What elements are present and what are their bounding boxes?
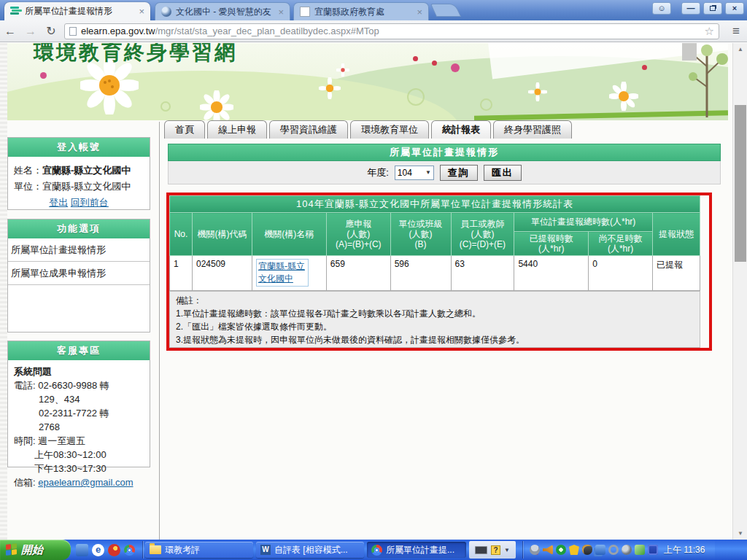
language-bar[interactable]: ? ▼ [469, 541, 516, 559]
reload-icon[interactable]: ↻ [41, 24, 61, 38]
start-button[interactable]: 開始 [0, 540, 71, 560]
elearn-favicon [10, 7, 20, 17]
year-select[interactable]: 104 ▼ [395, 166, 434, 180]
tab-title: 宜蘭縣政府教育處 [314, 6, 411, 18]
device-icon[interactable] [582, 545, 592, 555]
daisy-flower [528, 82, 547, 101]
name-label: 姓名： [14, 165, 42, 176]
col-no: No. [170, 213, 193, 256]
word-icon: W [260, 545, 271, 555]
volume-icon[interactable] [543, 545, 553, 555]
col-reported-hours: 已提報時數 (人*hr) [514, 232, 589, 256]
page-scrollbar[interactable]: ▲ ▼ [732, 43, 747, 540]
service-email-link[interactable]: epaelearn@gmail.com [38, 477, 133, 488]
tab-close-icon[interactable]: × [278, 7, 284, 18]
page-left-texture [0, 43, 7, 540]
back-to-front-link[interactable]: 回到前台 [71, 197, 109, 208]
forward-icon[interactable]: → [20, 25, 41, 38]
chevron-down-icon: ▼ [425, 169, 431, 176]
cell-no: 1 [170, 256, 193, 291]
report-table: 104年宜蘭縣-縣立文化國中所屬單位單位計畫提報情形統計表 No. 機關(構)代… [169, 195, 700, 291]
bookmark-star-icon[interactable]: ☆ [705, 25, 714, 38]
desktop-icon[interactable] [76, 544, 88, 556]
logout-link[interactable]: 登出 [49, 197, 68, 208]
daisy-flower [609, 82, 638, 111]
year-value: 104 [398, 168, 412, 178]
tab-close-icon[interactable]: × [417, 7, 422, 18]
profile-icon[interactable]: ☺ [652, 2, 671, 15]
taskbar-button-word[interactable]: W 自評表 [相容模式... [256, 542, 364, 558]
browser-tab-1[interactable]: 所屬單位計畫提報情形 × [4, 2, 150, 20]
scrollbar-thumb[interactable] [735, 105, 746, 262]
restore-button[interactable] [703, 2, 722, 15]
page-favicon [300, 7, 310, 17]
customer-service-title: 客服專區 [8, 341, 150, 360]
swirl-decor [480, 98, 492, 111]
close-button[interactable]: × [725, 2, 744, 15]
offline-user-icon[interactable] [530, 545, 540, 555]
customer-service-panel: 客服專區 系統問題 電話: 02-6630-9988 轉 129、434 02-… [7, 341, 150, 467]
phone-ext: 129、434 [14, 392, 144, 406]
ime-indicator-icon[interactable] [648, 545, 658, 555]
menu-item-result-report[interactable]: 所屬單位成果申報情形 [8, 262, 150, 285]
taskbar-separator [522, 541, 523, 559]
col-expected: 應申報 (人數) (A)=(B)+(C) [326, 213, 390, 256]
browser-tab-3[interactable]: 宜蘭縣政府教育處 × [293, 2, 429, 20]
time-label: 時間: [14, 435, 36, 446]
query-button[interactable]: 查詢 [440, 165, 478, 181]
login-name: 宜蘭縣-縣立文化國中 [42, 165, 131, 176]
network-icon[interactable] [595, 545, 605, 555]
page-title: 所屬單位計畫提報情形 [168, 144, 721, 161]
taskbar-button-folder[interactable]: 環教考評 [145, 542, 253, 558]
browser-menu-icon[interactable]: ≡ [725, 24, 747, 39]
ime-help-icon[interactable]: ? [491, 545, 500, 555]
daisy-flower [336, 63, 349, 77]
minimize-button[interactable]: — [681, 2, 700, 15]
audio-manager-icon[interactable] [622, 545, 632, 555]
update-icon[interactable] [608, 545, 619, 555]
site-nav-tabs: 首頁 線上申報 學習資訊維護 環境教育單位 統計報表 終身學習護照 [164, 120, 572, 139]
swirl-decor [407, 88, 425, 106]
service-heading: 系統問題 [14, 365, 144, 378]
tab-learning-info[interactable]: 學習資訊維護 [269, 120, 348, 139]
media-player-icon[interactable] [108, 544, 120, 556]
scroll-up-icon[interactable]: ▲ [733, 43, 747, 55]
antivirus-icon[interactable] [556, 545, 566, 555]
screen: 所屬單位計畫提報情形 × 文化國中 - 愛與智慧的友 × 宜蘭縣政府教育處 × … [0, 0, 747, 560]
folder-icon [150, 545, 161, 554]
tab-online-report[interactable]: 線上申報 [207, 120, 267, 139]
menu-item-plan-report[interactable]: 所屬單位計畫提報情形 [8, 238, 150, 262]
new-tab-button[interactable] [430, 4, 461, 17]
language-caret-icon[interactable]: ▼ [504, 547, 510, 553]
security-shield-icon[interactable] [569, 545, 579, 555]
web-page: 環境教育終身學習網 首頁 線上申報 學習資訊維護 環境教育單位 統計報表 終身學… [0, 43, 747, 540]
export-button[interactable]: 匯出 [484, 165, 522, 181]
agency-name-link[interactable]: 宜蘭縣-縣立文化國中 [256, 259, 309, 287]
function-menu-title: 功能選項 [8, 219, 150, 238]
flower-decor [40, 72, 47, 79]
tab-home[interactable]: 首頁 [164, 120, 205, 139]
tab-env-edu-unit[interactable]: 環境教育單位 [350, 120, 429, 139]
keyboard-icon[interactable] [475, 546, 487, 554]
taskbar-button-chrome[interactable]: 所屬單位計畫提... [367, 542, 466, 558]
tab-lifelong-passport[interactable]: 終身學習護照 [493, 120, 572, 139]
table-title: 104年宜蘭縣-縣立文化國中所屬單位單位計畫提報情形統計表 [170, 196, 700, 213]
phone-label: 電話: [14, 380, 36, 391]
chrome-icon[interactable] [124, 545, 135, 556]
globe-favicon [161, 7, 171, 17]
package-icon[interactable] [635, 545, 645, 555]
taskbar: 開始 e 環教考評 W 自評表 [相容模式... 所屬單位計畫提... ? ▼ [0, 540, 747, 560]
taskbar-clock: 上午 11:36 [661, 544, 711, 556]
url-bar[interactable]: elearn.epa.gov.tw /mgr/stat/sta_year_dec… [64, 23, 719, 39]
phone-ext-2: 2768 [14, 420, 144, 434]
back-icon[interactable]: ← [0, 25, 20, 38]
quick-launch: e [71, 544, 140, 556]
cell-code: 024509 [192, 256, 252, 291]
daisy-flower [200, 90, 233, 120]
ie-icon[interactable]: e [92, 544, 104, 556]
browser-tab-2[interactable]: 文化國中 - 愛與智慧的友 × [155, 2, 290, 20]
tab-statistics[interactable]: 統計報表 [431, 120, 491, 139]
daisy-flower [319, 77, 341, 99]
tab-close-icon[interactable]: × [139, 6, 144, 17]
scroll-down-icon[interactable]: ▼ [733, 527, 747, 540]
